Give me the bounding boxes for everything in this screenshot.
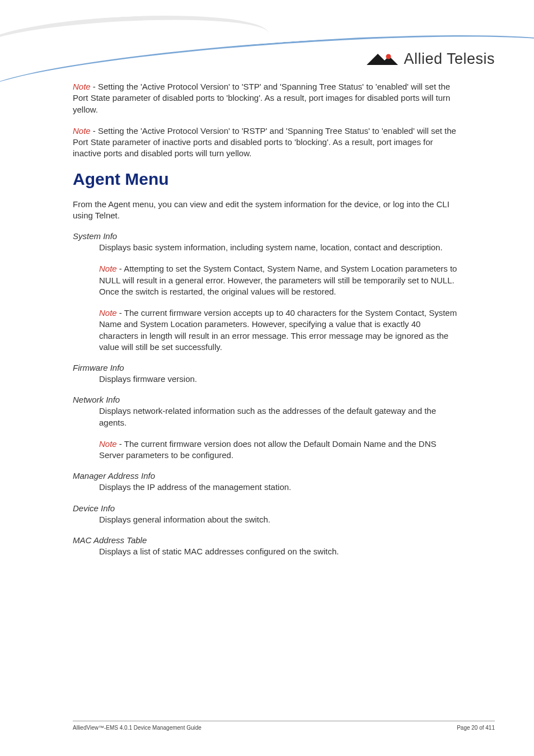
section-title: MAC Address Table (73, 535, 459, 545)
note-label: Note (99, 439, 117, 449)
page-content: Note - Setting the 'Active Protocol Vers… (73, 81, 459, 567)
note-label: Note (99, 308, 117, 318)
section-firmware-info: Firmware Info Displays firmware version. (73, 363, 459, 385)
section-network-info: Network Info Displays network-related in… (73, 395, 459, 461)
page-header: Allied Telesis (0, 0, 534, 90)
note-label: Note (73, 82, 91, 91)
brand-logo: Allied Telesis (367, 50, 495, 68)
section-title: Firmware Info (73, 363, 459, 372)
section-note-2: Note - The current firmware version acce… (99, 307, 459, 353)
note-text: - The current firmware version does not … (99, 439, 437, 460)
section-manager-address-info: Manager Address Info Displays the IP add… (73, 471, 459, 493)
page-footer: AlliedView™-EMS 4.0.1 Device Management … (73, 721, 495, 731)
section-desc: Displays the IP address of the managemen… (99, 482, 459, 493)
svg-point-2 (386, 54, 391, 59)
note-text: - Setting the 'Active Protocol Version' … (73, 82, 450, 114)
note-label: Note (99, 264, 117, 273)
note-text: - The current firmware version accepts u… (99, 308, 457, 352)
brand-name: Allied Telesis (404, 50, 495, 68)
section-mac-address-table: MAC Address Table Displays a list of sta… (73, 535, 459, 557)
note-text: - Setting the 'Active Protocol Version' … (73, 126, 456, 158)
section-desc: Displays firmware version. (99, 374, 459, 385)
note-label: Note (73, 126, 91, 136)
section-desc: Displays general information about the s… (99, 514, 459, 525)
footer-left: AlliedView™-EMS 4.0.1 Device Management … (73, 725, 202, 731)
heading-agent-menu: Agent Menu (73, 170, 459, 189)
intro-paragraph: From the Agent menu, you can view and ed… (73, 199, 459, 222)
note-stp: Note - Setting the 'Active Protocol Vers… (73, 81, 459, 115)
section-device-info: Device Info Displays general information… (73, 503, 459, 525)
footer-right: Page 20 of 411 (457, 725, 495, 731)
section-desc: Displays a list of static MAC addresses … (99, 546, 459, 557)
section-title: System Info (73, 231, 459, 241)
section-title: Manager Address Info (73, 471, 459, 480)
section-system-info: System Info Displays basic system inform… (73, 231, 459, 353)
note-rstp: Note - Setting the 'Active Protocol Vers… (73, 125, 459, 160)
section-desc: Displays basic system information, inclu… (99, 242, 459, 253)
section-title: Network Info (73, 395, 459, 404)
note-text: - Attempting to set the System Contact, … (99, 264, 457, 296)
section-desc: Displays network-related information suc… (99, 405, 459, 428)
section-title: Device Info (73, 503, 459, 513)
allied-telesis-mark-icon (367, 52, 398, 67)
section-note-1: Note - Attempting to set the System Cont… (99, 263, 459, 297)
section-note-1: Note - The current firmware version does… (99, 438, 459, 461)
